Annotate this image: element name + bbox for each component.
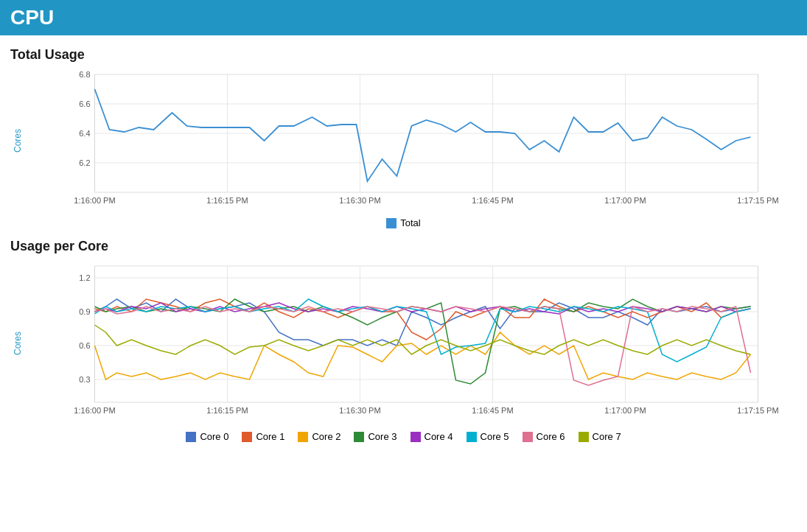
core-y-axis-label: Cores	[10, 259, 25, 428]
per-core-chart: 1.2 0.9 0.6 0.3 1:16:00 PM 1:16:15 PM 1:…	[27, 259, 797, 428]
header-bar: CPU	[0, 0, 807, 35]
legend-swatch-core4	[411, 432, 421, 442]
legend-swatch-core0	[186, 432, 196, 442]
svg-text:1:16:15 PM: 1:16:15 PM	[206, 406, 248, 415]
legend-label-core3: Core 3	[368, 431, 396, 442]
total-y-axis-label: Cores	[10, 67, 25, 214]
legend-item-core1: Core 1	[242, 431, 284, 442]
legend-item-core3: Core 3	[354, 431, 396, 442]
per-core-section: Usage per Core Cores	[0, 236, 807, 444]
legend-swatch-core2	[298, 432, 308, 442]
svg-text:1.2: 1.2	[79, 273, 90, 282]
total-usage-chart: 6.8 6.6 6.4 6.2 1:16:00 PM 1:16:15 PM 1:…	[27, 67, 797, 214]
per-core-title: Usage per Core	[0, 236, 807, 259]
legend-label-core1: Core 1	[256, 431, 284, 442]
svg-text:1:17:15 PM: 1:17:15 PM	[737, 406, 778, 415]
legend-label-core2: Core 2	[312, 431, 340, 442]
legend-label-core7: Core 7	[593, 431, 621, 442]
legend-swatch-core3	[354, 432, 364, 442]
svg-text:1:16:45 PM: 1:16:45 PM	[472, 406, 513, 415]
legend-item-core5: Core 5	[467, 431, 509, 442]
legend-item-core6: Core 6	[523, 431, 565, 442]
svg-text:0.6: 0.6	[79, 341, 90, 350]
svg-text:1:16:15 PM: 1:16:15 PM	[206, 196, 248, 205]
svg-text:6.8: 6.8	[79, 70, 90, 79]
total-usage-chart-container: Cores	[0, 67, 807, 230]
svg-text:1:16:30 PM: 1:16:30 PM	[339, 196, 380, 205]
legend-item-core0: Core 0	[186, 431, 228, 442]
svg-text:1:16:30 PM: 1:16:30 PM	[339, 406, 380, 415]
total-usage-legend: Total	[10, 214, 797, 230]
per-core-legend: Core 0 Core 1 Core 2 Core 3 Core 4 Core …	[10, 428, 797, 444]
total-usage-section: Total Usage Cores	[0, 44, 807, 230]
legend-swatch-core1	[242, 432, 252, 442]
legend-item-total: Total	[386, 217, 420, 228]
svg-text:0.3: 0.3	[79, 375, 90, 384]
svg-text:6.4: 6.4	[79, 129, 90, 138]
per-core-chart-container: Cores	[0, 259, 807, 444]
legend-item-core7: Core 7	[579, 431, 621, 442]
legend-label-core4: Core 4	[425, 431, 453, 442]
svg-text:1:17:00 PM: 1:17:00 PM	[604, 196, 646, 205]
svg-text:1:16:00 PM: 1:16:00 PM	[74, 406, 115, 415]
svg-text:1:16:45 PM: 1:16:45 PM	[472, 196, 513, 205]
page-title: CPU	[10, 6, 54, 29]
legend-label-core6: Core 6	[537, 431, 565, 442]
svg-text:6.2: 6.2	[79, 158, 90, 167]
svg-text:1:17:00 PM: 1:17:00 PM	[604, 406, 646, 415]
per-core-svg: 1.2 0.9 0.6 0.3 1:16:00 PM 1:16:15 PM 1:…	[27, 259, 797, 428]
legend-item-core4: Core 4	[411, 431, 453, 442]
total-usage-svg: 6.8 6.6 6.4 6.2 1:16:00 PM 1:16:15 PM 1:…	[27, 67, 797, 214]
legend-label-core0: Core 0	[200, 431, 228, 442]
legend-label-core5: Core 5	[481, 431, 509, 442]
legend-swatch-core7	[579, 432, 589, 442]
svg-text:6.6: 6.6	[79, 99, 90, 108]
legend-swatch-core5	[467, 432, 477, 442]
legend-item-core2: Core 2	[298, 431, 340, 442]
svg-rect-22	[95, 266, 758, 402]
legend-swatch-core6	[523, 432, 533, 442]
legend-swatch-total	[386, 218, 396, 228]
legend-label-total: Total	[400, 217, 420, 228]
svg-text:1:16:00 PM: 1:16:00 PM	[74, 196, 115, 205]
svg-text:1:17:15 PM: 1:17:15 PM	[737, 196, 778, 205]
svg-text:0.9: 0.9	[79, 307, 90, 316]
total-usage-title: Total Usage	[0, 44, 807, 67]
